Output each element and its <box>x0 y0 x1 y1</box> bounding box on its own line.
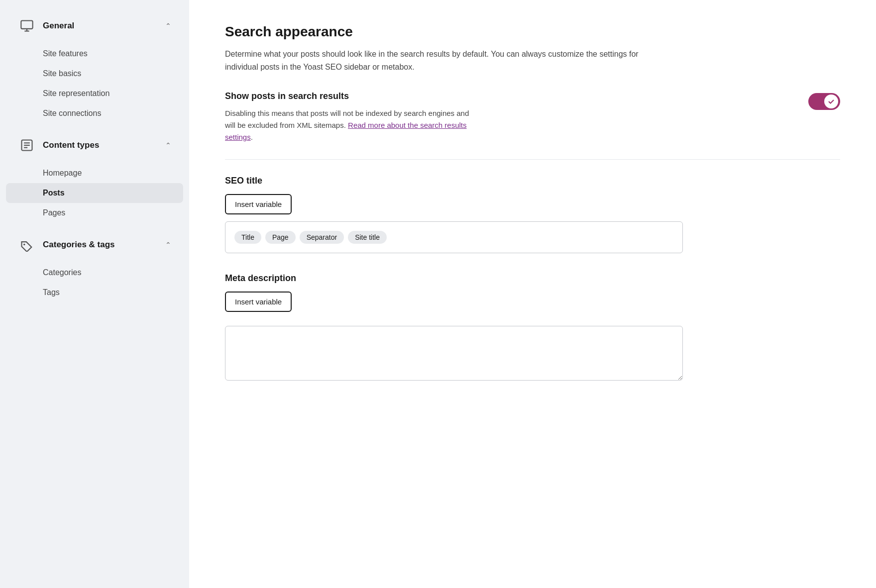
sidebar-item-homepage[interactable]: Homepage <box>6 163 183 183</box>
sidebar-item-site-features[interactable]: Site features <box>6 44 183 64</box>
show-in-search-section: Show posts in search results Disabling t… <box>225 91 840 160</box>
seo-title-tag-title: Title <box>234 231 261 244</box>
chevron-up-icon: ⌃ <box>165 22 171 30</box>
toggle-description: Disabling this means that posts will not… <box>225 107 474 143</box>
meta-description-insert-variable-button[interactable]: Insert variable <box>225 292 292 312</box>
seo-title-insert-variable-button[interactable]: Insert variable <box>225 194 292 214</box>
page-description: Determine what your posts should look li… <box>225 48 673 73</box>
page-title: Search appearance <box>225 24 840 40</box>
sidebar-section-general-header[interactable]: General ⌃ <box>6 10 183 42</box>
toggle-knob <box>824 95 838 108</box>
sidebar-item-posts[interactable]: Posts <box>6 183 183 203</box>
sidebar-item-tags[interactable]: Tags <box>6 283 183 302</box>
seo-title-tag-site-title: Site title <box>348 231 387 244</box>
meta-description-textarea[interactable] <box>225 326 683 381</box>
chevron-up-icon-2: ⌃ <box>165 141 171 149</box>
meta-description-label: Meta description <box>225 273 840 284</box>
svg-rect-0 <box>21 21 32 29</box>
seo-title-section: SEO title Insert variable Title Page Sep… <box>225 176 840 253</box>
seo-title-field[interactable]: Title Page Separator Site title <box>225 221 683 253</box>
show-in-search-toggle[interactable] <box>808 93 840 110</box>
toggle-label: Show posts in search results <box>225 91 784 101</box>
general-section-title: General <box>43 21 165 31</box>
monitor-icon <box>18 17 36 35</box>
tag-icon <box>18 236 36 254</box>
general-items: Site features Site basics Site represent… <box>0 42 189 125</box>
sidebar: General ⌃ Site features Site basics Site… <box>0 0 189 588</box>
sidebar-section-content-types-header[interactable]: Content types ⌃ <box>6 129 183 161</box>
sidebar-item-categories[interactable]: Categories <box>6 263 183 283</box>
sidebar-item-site-connections[interactable]: Site connections <box>6 103 183 123</box>
sidebar-item-pages[interactable]: Pages <box>6 203 183 223</box>
content-types-items: Homepage Posts Pages <box>0 161 189 225</box>
sidebar-item-site-representation[interactable]: Site representation <box>6 84 183 103</box>
categories-items: Categories Tags <box>0 261 189 304</box>
toggle-wrapper <box>808 93 840 110</box>
svg-point-7 <box>23 244 25 246</box>
main-content: Search appearance Determine what your po… <box>189 0 876 588</box>
sidebar-section-categories-header[interactable]: Categories & tags ⌃ <box>6 229 183 261</box>
content-types-section-title: Content types <box>43 140 165 150</box>
categories-section-title: Categories & tags <box>43 240 165 250</box>
sidebar-section-content-types: Content types ⌃ Homepage Posts Pages <box>0 129 189 225</box>
document-icon <box>18 136 36 154</box>
seo-title-tag-page: Page <box>265 231 296 244</box>
toggle-content: Show posts in search results Disabling t… <box>225 91 784 143</box>
meta-description-section: Meta description Insert variable <box>225 273 840 381</box>
sidebar-section-categories: Categories & tags ⌃ Categories Tags <box>0 229 189 304</box>
read-more-link[interactable]: Read more about the search results setti… <box>225 121 467 141</box>
seo-title-tag-separator: Separator <box>300 231 344 244</box>
sidebar-item-site-basics[interactable]: Site basics <box>6 64 183 84</box>
chevron-up-icon-3: ⌃ <box>165 241 171 249</box>
sidebar-section-general: General ⌃ Site features Site basics Site… <box>0 10 189 125</box>
seo-title-label: SEO title <box>225 176 840 186</box>
